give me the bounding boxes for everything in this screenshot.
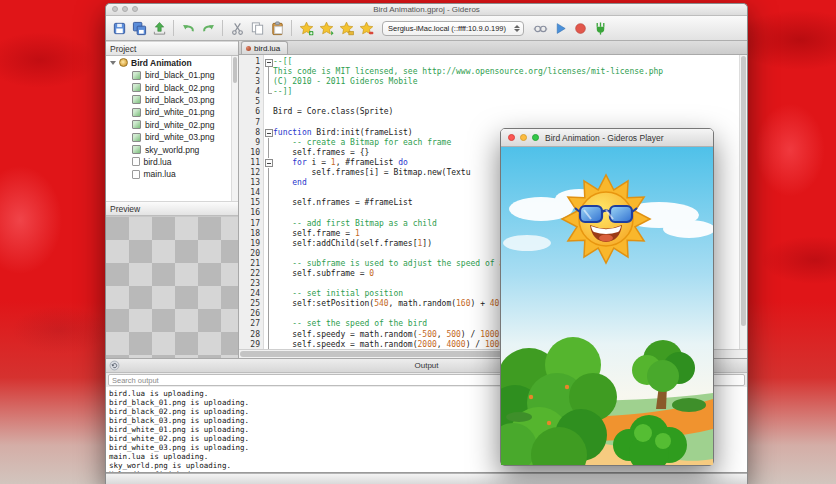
line-number: 12 bbox=[239, 168, 264, 178]
remove-file-button[interactable] bbox=[357, 19, 375, 37]
paste-icon bbox=[270, 21, 285, 36]
save-all-button[interactable] bbox=[130, 19, 148, 37]
player-stage-scene bbox=[501, 147, 713, 465]
copy-button[interactable] bbox=[248, 19, 266, 37]
add-new-file-button[interactable] bbox=[297, 19, 315, 37]
fold-toggle-icon[interactable] bbox=[264, 57, 273, 67]
project-file-bird_black_02-png[interactable]: bird_black_02.png bbox=[106, 81, 238, 93]
preview-panel-header: Preview bbox=[106, 201, 238, 216]
project-file-bird_white_01-png[interactable]: bird_white_01.png bbox=[106, 106, 238, 118]
left-sidebar: Project Bird Animation bird_black_01.png… bbox=[106, 41, 239, 358]
code-text: -- set initial position bbox=[273, 289, 403, 299]
code-text: self.speedy = math.random(-500, 500) / 1… bbox=[273, 330, 499, 340]
fold-guide bbox=[264, 239, 273, 249]
device-selector-value: Sergius-iMac.local (::ffff:10.9.0.199) bbox=[388, 24, 506, 33]
code-text: end bbox=[273, 178, 307, 188]
code-text: (C) 2010 - 2011 Gideros Mobile bbox=[273, 77, 418, 87]
redo-button[interactable] bbox=[199, 19, 217, 37]
fold-toggle-icon[interactable] bbox=[264, 158, 273, 168]
file-label: bird_white_01.png bbox=[145, 107, 214, 117]
image-file-icon bbox=[132, 83, 141, 92]
close-button[interactable] bbox=[508, 134, 515, 141]
clear-output-button[interactable] bbox=[109, 360, 120, 371]
image-file-icon bbox=[132, 145, 141, 154]
line-number: 18 bbox=[239, 229, 264, 239]
undo-button[interactable] bbox=[179, 19, 197, 37]
fold-guide bbox=[264, 279, 273, 289]
disclosure-triangle-icon[interactable] bbox=[110, 61, 116, 65]
stop-player-icon bbox=[573, 21, 588, 36]
undo-icon bbox=[181, 21, 196, 36]
code-text: --[[ bbox=[273, 57, 292, 67]
project-file-bird-lua[interactable]: bird.lua bbox=[106, 156, 238, 168]
fold-guide bbox=[264, 208, 273, 218]
fold-guide bbox=[264, 118, 273, 128]
project-file-bird_black_01-png[interactable]: bird_black_01.png bbox=[106, 69, 238, 81]
fold-guide bbox=[264, 178, 273, 188]
save-all-icon bbox=[132, 21, 147, 36]
project-file-bird_black_03-png[interactable]: bird_black_03.png bbox=[106, 94, 238, 106]
toolbar-separator bbox=[173, 20, 174, 36]
line-number: 15 bbox=[239, 198, 264, 208]
save-icon bbox=[112, 21, 127, 36]
fold-guide bbox=[264, 188, 273, 198]
paste-button[interactable] bbox=[268, 19, 286, 37]
file-label: bird_black_02.png bbox=[145, 83, 214, 93]
project-scrollbar[interactable] bbox=[231, 56, 238, 201]
zoom-button[interactable] bbox=[532, 134, 539, 141]
zoom-button[interactable] bbox=[132, 6, 138, 12]
add-folder-button[interactable] bbox=[337, 19, 355, 37]
line-number: 10 bbox=[239, 148, 264, 158]
player-titlebar: Bird Animation - Gideros Player bbox=[501, 129, 713, 147]
project-root-label: Bird Animation bbox=[131, 58, 192, 68]
tab-label: bird.lua bbox=[254, 44, 280, 53]
preview-transparency-checker bbox=[106, 216, 238, 358]
project-file-bird_white_03-png[interactable]: bird_white_03.png bbox=[106, 131, 238, 143]
add-existing-files-button[interactable] bbox=[317, 19, 335, 37]
line-number: 29 bbox=[239, 340, 264, 349]
fold-toggle-icon[interactable] bbox=[264, 128, 273, 138]
stop-player-button[interactable] bbox=[571, 19, 589, 37]
file-label: main.lua bbox=[144, 169, 176, 179]
fold-guide bbox=[264, 97, 273, 107]
ide-statusbar bbox=[106, 473, 747, 484]
image-file-icon bbox=[132, 120, 141, 129]
device-selector-dropdown[interactable]: Sergius-iMac.local (::ffff:10.9.0.199) bbox=[382, 21, 524, 36]
export-project-button[interactable] bbox=[150, 19, 168, 37]
toolbar-separator bbox=[222, 20, 223, 36]
image-file-icon bbox=[132, 95, 141, 104]
tab-bird-lua[interactable]: bird.lua bbox=[241, 41, 288, 54]
fold-guide bbox=[264, 309, 273, 319]
line-number: 9 bbox=[239, 138, 264, 148]
code-line-2: 2This code is MIT licensed, see http://w… bbox=[239, 67, 747, 77]
save-button[interactable] bbox=[110, 19, 128, 37]
player-settings-button[interactable] bbox=[531, 19, 549, 37]
minimize-button[interactable] bbox=[122, 6, 128, 12]
minimize-button[interactable] bbox=[520, 134, 527, 141]
fold-guide bbox=[264, 269, 273, 279]
code-text: This code is MIT licensed, see http://ww… bbox=[273, 67, 663, 77]
line-number: 7 bbox=[239, 118, 264, 128]
fold-guide bbox=[264, 340, 273, 349]
cut-button[interactable] bbox=[228, 19, 246, 37]
fold-guide bbox=[264, 249, 273, 259]
project-root-item[interactable]: Bird Animation bbox=[106, 56, 238, 69]
code-text: self:addChild(self.frames[1]) bbox=[273, 239, 432, 249]
editor-vscrollbar[interactable] bbox=[739, 55, 747, 349]
close-button[interactable] bbox=[112, 6, 118, 12]
ide-titlebar: Bird Animation.gproj - Gideros bbox=[106, 4, 747, 16]
chevron-updown-icon bbox=[512, 23, 521, 34]
project-file-sky_world-png[interactable]: sky_world.png bbox=[106, 143, 238, 155]
project-file-bird_white_02-png[interactable]: bird_white_02.png bbox=[106, 119, 238, 131]
line-number: 24 bbox=[239, 289, 264, 299]
line-number: 28 bbox=[239, 330, 264, 340]
fold-guide bbox=[264, 148, 273, 158]
player-settings-icon bbox=[533, 21, 548, 36]
project-file-main-lua[interactable]: main.lua bbox=[106, 168, 238, 180]
start-player-button[interactable] bbox=[551, 19, 569, 37]
connect-device-button[interactable] bbox=[591, 19, 609, 37]
fold-guide bbox=[264, 299, 273, 309]
code-text: -- add first Bitmap as a child bbox=[273, 219, 437, 229]
code-file-icon bbox=[132, 170, 140, 179]
start-player-icon bbox=[553, 21, 568, 36]
